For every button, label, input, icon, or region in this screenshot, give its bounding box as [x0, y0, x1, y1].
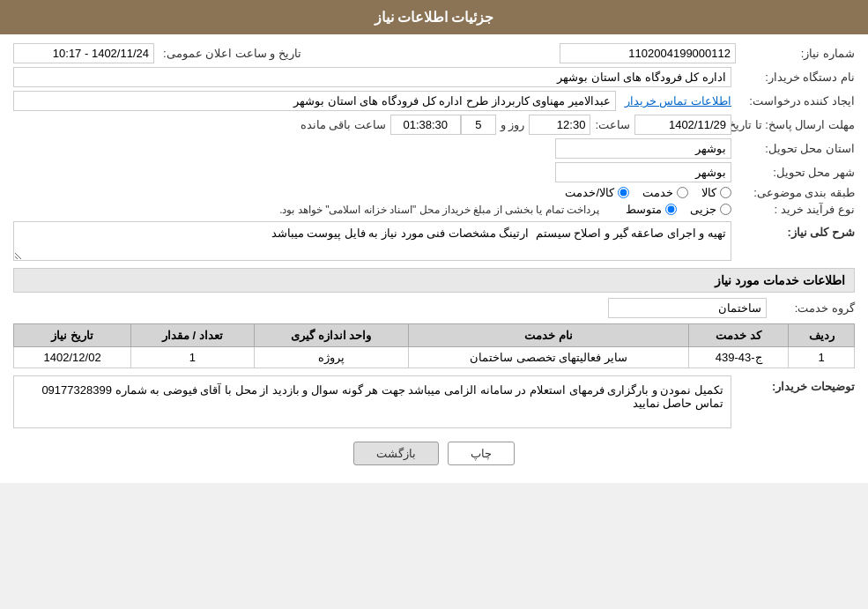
announcement-date-input[interactable]: [13, 43, 154, 63]
col-service-name: نام خدمت: [409, 324, 689, 347]
cell-service-name: سایر فعالیتهای تخصصی ساختمان: [409, 347, 689, 368]
purchase-type-label: نوع فرآیند خرید :: [731, 203, 855, 216]
cell-service-code: ج-43-439: [689, 347, 789, 368]
buyer-notes-label: توضیحات خریدار:: [731, 375, 855, 393]
purchase-notice: پرداخت تمام یا بخشی از مبلغ خریداز محل "…: [279, 204, 599, 216]
deadline-time-input[interactable]: [529, 115, 590, 135]
delivery-city-input[interactable]: [555, 162, 731, 182]
contact-link[interactable]: اطلاعات تماس خریدار: [625, 94, 731, 108]
col-quantity: تعداد / مقدار: [131, 324, 254, 347]
page-header: جزئیات اطلاعات نیاز: [0, 0, 868, 34]
services-table: ردیف کد خدمت نام خدمت واحد اندازه گیری ت…: [13, 323, 855, 368]
announcement-date-label: تاریخ و ساعت اعلان عمومی:: [159, 47, 306, 60]
category-kala[interactable]: کالا: [701, 186, 731, 199]
print-button[interactable]: چاپ: [448, 442, 515, 465]
buyer-org-input[interactable]: [13, 67, 731, 87]
cell-quantity: 1: [131, 347, 254, 368]
deadline-days-label: روز و: [496, 118, 530, 131]
cell-row-num: 1: [789, 347, 855, 368]
cell-need-date: 1402/12/02: [14, 347, 131, 368]
delivery-city-label: شهر محل تحویل:: [731, 166, 855, 179]
creator-label: ایجاد کننده درخواست:: [731, 94, 855, 108]
deadline-date-input[interactable]: [634, 115, 731, 135]
description-label: شرح کلی نیاز:: [731, 221, 855, 239]
col-need-date: تاریخ نیاز: [14, 324, 131, 347]
purchase-motavasset[interactable]: متوسط: [626, 203, 677, 216]
service-group-label: گروه خدمت:: [767, 301, 855, 315]
back-button[interactable]: بازگشت: [353, 442, 439, 465]
cell-unit: پروژه: [254, 347, 409, 368]
deadline-time-label: ساعت:: [590, 118, 634, 131]
delivery-province-input[interactable]: [555, 138, 731, 159]
buyer-notes-box: تکمیل نمودن و بارگزاری فرمهای استعلام در…: [13, 375, 731, 428]
col-row-num: ردیف: [789, 324, 855, 347]
col-unit: واحد اندازه گیری: [254, 324, 409, 347]
category-label: طبقه بندی موضوعی:: [731, 186, 855, 199]
need-number-label: شماره نیاز:: [740, 47, 855, 60]
send-deadline-label: مهلت ارسال پاسخ: تا تاریخ:: [731, 118, 855, 131]
purchase-type-radio-group: جزیی متوسط پرداخت تمام یا بخشی از مبلغ خ…: [279, 203, 731, 216]
deadline-days-input[interactable]: [461, 115, 496, 135]
need-number-input[interactable]: [560, 43, 736, 63]
buyer-org-label: نام دستگاه خریدار:: [731, 71, 855, 84]
purchase-jozi[interactable]: جزیی: [690, 203, 731, 216]
category-khedmat[interactable]: خدمت: [642, 186, 688, 199]
service-group-input[interactable]: [608, 298, 767, 318]
services-section-header: اطلاعات خدمات مورد نیاز: [13, 268, 855, 293]
remaining-time-input[interactable]: [390, 115, 461, 135]
category-kala-khedmat[interactable]: کالا/خدمت: [565, 186, 629, 199]
remaining-label: ساعت باقی مانده: [296, 118, 390, 131]
creator-input[interactable]: [13, 91, 616, 111]
table-row: 1 ج-43-439 سایر فعالیتهای تخصصی ساختمان …: [14, 347, 855, 368]
button-row: چاپ بازگشت: [13, 442, 855, 465]
delivery-province-label: استان محل تحویل:: [731, 142, 855, 155]
page-title: جزئیات اطلاعات نیاز: [375, 10, 494, 25]
description-textarea[interactable]: تهیه و اجرای صاعقه گیر و اصلاح سیستم ارت…: [13, 221, 731, 261]
col-service-code: کد خدمت: [689, 324, 789, 347]
category-radio-group: کالا خدمت کالا/خدمت: [565, 186, 731, 199]
